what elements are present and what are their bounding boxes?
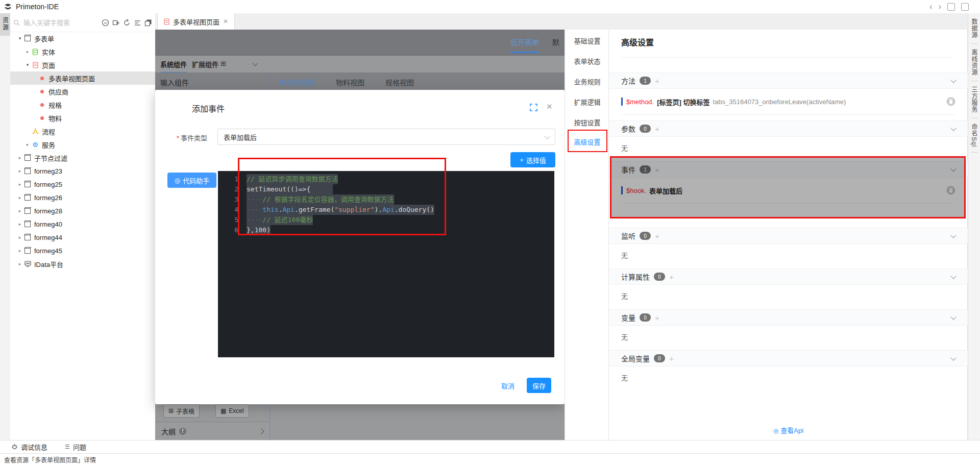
menu-item-basic-settings[interactable]: 基础设置 <box>565 36 609 45</box>
tree-item-entity[interactable]: ▸ 实体 <box>10 45 155 58</box>
outline-row[interactable]: 大纲 ! <box>155 422 270 440</box>
section-computed[interactable]: 计算属性 0 + <box>609 268 968 285</box>
tree-item-material[interactable]: 物料 <box>10 111 155 125</box>
menu-item-business-rules[interactable]: 业务规则 <box>565 77 609 86</box>
strip-tab-offline-resources[interactable]: 离线资源 <box>968 44 980 81</box>
collapse-list-icon[interactable] <box>134 19 141 27</box>
tree-item-formeg25[interactable]: ▸ formeg25 <box>10 178 155 191</box>
tree-item-supplier[interactable]: 供应商 <box>10 85 155 98</box>
chevron-right-icon[interactable] <box>258 428 264 434</box>
caret-collapsed-icon[interactable]: ▸ <box>16 195 23 200</box>
view-tab-spec[interactable]: 规格视图 <box>385 77 414 87</box>
chevron-down-icon[interactable] <box>950 232 956 238</box>
caret-collapsed-icon[interactable]: ▸ <box>24 49 31 54</box>
add-icon[interactable]: + <box>655 314 659 322</box>
chevron-down-icon[interactable] <box>950 77 956 83</box>
caret-collapsed-icon[interactable]: ▸ <box>16 155 23 160</box>
layout-icon[interactable] <box>947 3 955 11</box>
hook-row[interactable]: $hook. 表单加载后 <box>609 182 968 199</box>
view-tab-supplier[interactable]: 供应商视图 <box>279 77 315 87</box>
tab-system-components[interactable]: 系统组件 <box>160 59 187 73</box>
caret-collapsed-icon[interactable]: ▸ <box>16 222 23 227</box>
select-value-button[interactable]: + 选择值 <box>510 152 555 167</box>
tree-item-multiform-view-page[interactable]: 多表单视图页面 <box>10 71 155 85</box>
tree-item-formeg44[interactable]: ▸ formeg44 <box>10 231 155 244</box>
nav-back-icon[interactable]: ‹ <box>929 3 932 11</box>
section-variables[interactable]: 变量 0 + <box>609 309 968 326</box>
strip-tab-datasource[interactable]: 数据源 <box>968 13 980 43</box>
chevron-down-icon[interactable] <box>950 125 956 131</box>
search-input[interactable] <box>22 18 101 27</box>
chevron-down-icon[interactable] <box>950 355 956 360</box>
save-icon[interactable] <box>961 3 969 11</box>
fullscreen-icon[interactable] <box>530 104 537 111</box>
tab-multiform-view-page[interactable]: 多表单视图页面 ✕ <box>157 13 235 30</box>
section-listeners[interactable]: 监听 0 + <box>609 228 968 244</box>
new-model-icon[interactable] <box>112 19 120 27</box>
caret-collapsed-icon[interactable]: ▸ <box>16 248 23 253</box>
caret-collapsed-icon[interactable]: ▸ <box>24 142 31 147</box>
tree-item-formeg26[interactable]: ▸ formeg26 <box>10 191 155 204</box>
section-global-variables[interactable]: 全局变量 0 + <box>609 350 968 366</box>
caret-expanded-icon[interactable]: ▾ <box>16 36 23 41</box>
tree-item-multiform[interactable]: ▾ 多表单 <box>10 32 155 45</box>
section-methods[interactable]: 方法 1 + <box>609 72 968 89</box>
tree-item-formeg40[interactable]: ▸ formeg40 <box>10 217 155 231</box>
code-assistant-button[interactable]: ◎ 代码助手 <box>167 173 216 188</box>
add-icon[interactable]: + <box>655 232 659 240</box>
add-icon[interactable]: + <box>655 125 659 133</box>
tree-item-formeg28[interactable]: ▸ formeg28 <box>10 204 155 217</box>
view-api-link[interactable]: ◎查看Api <box>609 425 968 435</box>
menu-item-form-state[interactable]: 表单状态 <box>565 56 609 66</box>
chevron-down-icon[interactable] <box>950 314 956 320</box>
section-events[interactable]: 事件 1 + <box>609 161 968 178</box>
tree-item-process[interactable]: 流程 <box>10 125 155 138</box>
add-icon[interactable]: + <box>669 355 674 362</box>
caret-collapsed-icon[interactable]: ▸ <box>16 235 23 240</box>
save-button[interactable]: 保存 <box>527 378 551 393</box>
tree-item-idata-platform[interactable]: ▸ IData平台 <box>10 257 155 271</box>
problems-item[interactable]: ☰ 问题 <box>65 442 86 452</box>
caret-collapsed-icon[interactable]: ▸ <box>16 168 23 174</box>
tab-lowcode-form[interactable]: 低开表单 <box>510 37 539 53</box>
nav-forward-icon[interactable]: › <box>939 3 941 11</box>
strip-tab-named-sql[interactable]: 命名Sql <box>968 118 980 152</box>
excel-button[interactable]: ▦ Excel <box>215 404 249 418</box>
tree-item-pages[interactable]: ▾ 页面 <box>10 58 155 71</box>
code-editor[interactable]: 1 // 延迟异步调用查询数据方法 2 setTimeout(()=>{ 3 ·… <box>218 171 554 357</box>
caret-collapsed-icon[interactable]: ▸ <box>16 208 23 213</box>
method-row[interactable]: $method. [标签页] 切换标签 tabs_35164073_onbefo… <box>609 93 968 110</box>
refresh-icon[interactable] <box>123 19 131 27</box>
tab-close-icon[interactable]: ✕ <box>223 18 228 25</box>
subtable-button[interactable]: ⊞ 子表格 <box>163 404 200 418</box>
close-icon[interactable]: ✕ <box>546 102 553 111</box>
ai-assistant-icon[interactable]: AI <box>102 19 109 27</box>
delete-icon[interactable] <box>946 186 955 195</box>
tree-item-spec[interactable]: 规格 <box>10 98 155 111</box>
chevron-down-icon[interactable] <box>252 60 258 66</box>
tree-item-formeg23[interactable]: ▸ formeg23 <box>10 164 155 178</box>
debug-info-item[interactable]: 调试信息 <box>11 442 47 452</box>
menu-item-extended-logic[interactable]: 扩展逻辑 <box>565 97 609 107</box>
activity-tab-resources[interactable]: 资源 <box>0 13 10 36</box>
tree-item-service[interactable]: ▸ ⚙ 服务 <box>10 138 155 151</box>
view-tab-material[interactable]: 物料视图 <box>336 77 364 87</box>
caret-expanded-icon[interactable]: ▾ <box>24 62 31 67</box>
caret-collapsed-icon[interactable]: ▸ <box>16 182 23 187</box>
caret-collapsed-icon[interactable]: ▸ <box>16 261 23 266</box>
tab-default-form-clipped[interactable]: 默 <box>552 37 559 47</box>
add-icon[interactable]: + <box>655 77 659 85</box>
strip-tab-thirdparty-services[interactable]: 三方服务 <box>968 81 980 118</box>
chevron-down-icon[interactable] <box>950 166 956 172</box>
chevron-down-icon[interactable] <box>950 273 956 279</box>
cancel-button[interactable]: 取消 <box>501 381 514 390</box>
add-icon[interactable]: + <box>669 273 674 281</box>
event-type-select[interactable]: 表单加载后 <box>217 129 555 145</box>
menu-item-button-settings[interactable]: 按钮设置 <box>565 117 609 127</box>
copy-page-icon[interactable] <box>144 19 152 27</box>
section-params[interactable]: 参数 0 + <box>609 120 968 137</box>
tab-extended-components[interactable]: 扩展组件 <box>192 59 218 69</box>
delete-icon[interactable] <box>946 97 955 106</box>
tree-item-formeg45[interactable]: ▸ formeg45 <box>10 244 155 257</box>
menu-item-advanced-settings[interactable]: 高级设置 <box>565 137 609 146</box>
